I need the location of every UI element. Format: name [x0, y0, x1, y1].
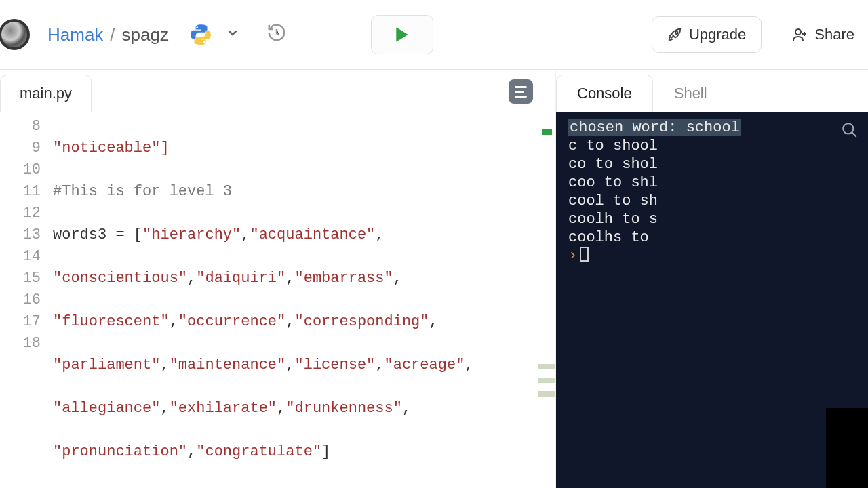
upgrade-button[interactable]: Upgrade — [652, 16, 762, 53]
breadcrumb: Hamak / spagz — [47, 24, 169, 45]
format-button[interactable] — [509, 79, 533, 104]
list-icon — [515, 86, 527, 98]
rocket-icon — [667, 27, 682, 42]
gutter: 8 9 10 11 12 13 14 15 16 17 18 — [0, 112, 53, 488]
file-tabs: main.py — [0, 70, 555, 112]
upgrade-label: Upgrade — [689, 26, 746, 43]
breadcrumb-project[interactable]: spagz — [122, 24, 169, 45]
user-plus-icon — [791, 26, 808, 43]
code-editor[interactable]: 8 9 10 11 12 13 14 15 16 17 18 "noticeab… — [0, 112, 555, 488]
code-content[interactable]: "noticeable"] #This is for level 3 words… — [53, 112, 555, 488]
breadcrumb-owner[interactable]: Hamak — [47, 24, 103, 45]
tab-shell[interactable]: Shell — [653, 75, 728, 112]
svg-point-1 — [843, 123, 853, 134]
share-button[interactable]: Share — [778, 16, 854, 53]
breadcrumb-separator: / — [110, 24, 115, 45]
search-icon[interactable] — [841, 121, 859, 144]
terminal-line: c to shool — [568, 137, 856, 155]
svg-point-0 — [795, 29, 801, 35]
history-icon[interactable] — [267, 22, 287, 47]
terminal-line: co to shol — [568, 155, 856, 174]
run-button[interactable] — [371, 15, 433, 54]
minimap[interactable] — [538, 154, 555, 488]
share-label: Share — [814, 26, 854, 43]
terminal-line: coo to shl — [568, 174, 856, 192]
header-bar: Hamak / spagz Upgrade Share — [0, 0, 868, 70]
language-python-icon[interactable] — [189, 23, 212, 46]
tab-console[interactable]: Console — [556, 75, 653, 112]
console-pane: Console Shell chosen word: school c to s… — [556, 70, 868, 488]
terminal[interactable]: chosen word: school c to shool co to sho… — [556, 112, 868, 488]
file-tab-main[interactable]: main.py — [0, 75, 92, 112]
editor-pane: main.py 8 9 10 11 12 13 14 15 16 — [0, 70, 555, 488]
cursor-icon — [580, 247, 589, 262]
terminal-prompt[interactable]: › — [568, 247, 856, 265]
chevron-down-icon[interactable] — [226, 26, 239, 43]
logo[interactable] — [0, 19, 30, 50]
terminal-line: chosen word: school — [568, 119, 741, 136]
main-area: main.py 8 9 10 11 12 13 14 15 16 — [0, 70, 868, 488]
terminal-line: coolh to s — [568, 210, 856, 228]
terminal-line: coolhs to — [568, 228, 856, 247]
overlay-box — [826, 408, 868, 488]
terminal-line: cool to sh — [568, 192, 856, 210]
console-tabs: Console Shell — [556, 70, 868, 112]
